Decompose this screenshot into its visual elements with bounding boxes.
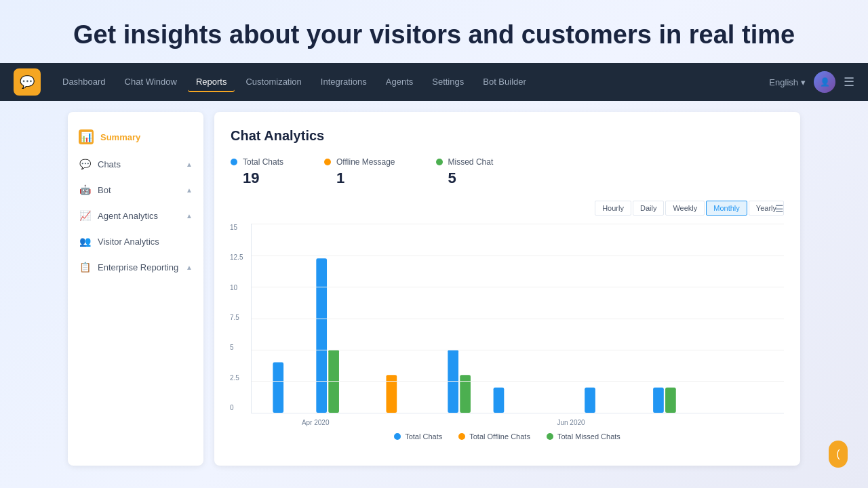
grid-line-10 [252,287,784,287]
chart-legend: Total Chats Total Offline Chats Total Mi… [231,432,784,441]
logo-icon: 💬 [20,75,35,89]
chevron-up-icon-agent: ▲ [186,212,193,220]
sidebar-item-chats[interactable]: 💬 Chats ▲ [68,151,203,177]
stat-label-missed-chat: Missed Chat [448,157,494,167]
chevron-up-icon-enterprise: ▲ [186,264,193,271]
sidebar-label-chats: Chats [98,159,121,169]
nav-integrations[interactable]: Integrations [313,73,375,92]
chevron-up-icon-bot: ▲ [186,186,193,194]
x-label-apr: Apr 2020 [302,419,330,426]
main-content: 📊 Summary 💬 Chats ▲ 🤖 Bot ▲ 📈 Agent Anal… [0,101,868,476]
bar-blue-1 [273,363,283,413]
bar-blue-5 [494,388,505,413]
nav-bot-builder[interactable]: Bot Builder [475,73,534,92]
sidebar-label-agent-analytics: Agent Analytics [98,211,158,221]
grid-line-5 [252,350,784,350]
chart-wrapper: ☰ 15 12.5 10 7.5 5 2.5 0 [231,224,784,413]
bar-blue-2 [316,258,327,413]
green-dot [436,159,443,165]
filter-weekly[interactable]: Weekly [665,201,705,216]
chart-container: 15 12.5 10 7.5 5 2.5 0 [251,224,784,413]
legend-total-chats: Total Chats [394,432,442,441]
sidebar-label-bot: Bot [98,185,111,195]
grid-line-7-5 [252,319,784,319]
y-label-2-5: 2.5 [230,374,243,382]
legend-dot-green [547,433,553,440]
language-label: English [769,77,798,87]
language-selector[interactable]: English ▾ [769,77,806,87]
bot-icon: 🤖 [79,184,91,196]
sidebar-label-summary: Summary [100,132,140,142]
sidebar-item-agent-analytics[interactable]: 📈 Agent Analytics ▲ [68,203,203,228]
legend-label-missed-chats: Total Missed Chats [557,432,620,441]
nav-right: English ▾ 👤 ☰ [769,71,854,93]
filter-hourly[interactable]: Hourly [595,201,631,216]
grid-line-2-5 [252,381,784,382]
stat-value-offline-message: 1 [336,169,395,187]
legend-offline-chats: Total Offline Chats [458,432,530,441]
grid-line-15 [252,224,784,224]
filter-daily[interactable]: Daily [633,201,664,216]
y-axis-labels: 15 12.5 10 7.5 5 2.5 0 [230,224,243,413]
avatar[interactable]: 👤 [814,71,835,93]
legend-label-total-chats: Total Chats [405,432,442,441]
y-label-12-5: 12.5 [230,253,243,261]
hero-title: Get insights about your visitors and cus… [0,0,868,63]
nav-agents[interactable]: Agents [378,73,421,92]
sidebar: 📊 Summary 💬 Chats ▲ 🤖 Bot ▲ 📈 Agent Anal… [68,112,203,466]
legend-missed-chats: Total Missed Chats [547,432,620,441]
y-label-0: 0 [230,404,243,411]
stat-total-chats: Total Chats 19 [231,157,283,187]
enterprise-reporting-icon: 📋 [79,261,91,273]
legend-dot-orange [458,433,465,440]
stat-value-total-chats: 19 [243,169,283,187]
nav-settings[interactable]: Settings [424,73,472,92]
hamburger-icon[interactable]: ☰ [844,75,854,89]
legend-label-offline-chats: Total Offline Chats [469,432,530,441]
sidebar-label-visitor-analytics: Visitor Analytics [98,237,159,247]
bar-blue-7 [653,388,664,413]
chats-icon: 💬 [79,158,91,170]
x-label-jun: Jun 2020 [557,419,585,426]
sidebar-item-summary[interactable]: 📊 Summary [68,123,203,151]
chevron-up-icon: ▲ [186,161,193,168]
nav-customization[interactable]: Customization [237,73,309,92]
reports-panel: Chat Analytics Total Chats 19 Offline Me… [214,112,800,466]
stat-missed-chat: Missed Chat 5 [436,157,494,187]
sidebar-item-enterprise-reporting[interactable]: 📋 Enterprise Reporting ▲ [68,254,203,280]
stat-label-total-chats: Total Chats [243,157,283,167]
stats-row: Total Chats 19 Offline Message 1 Missed … [231,157,784,187]
y-label-5: 5 [230,344,243,351]
stat-offline-message: Offline Message 1 [324,157,395,187]
y-label-7-5: 7.5 [230,314,243,321]
time-filters: Hourly Daily Weekly Monthly Yearly [231,201,784,216]
orange-dot [324,159,331,165]
panel-title: Chat Analytics [231,128,784,144]
sidebar-item-visitor-analytics[interactable]: 👥 Visitor Analytics [68,228,203,254]
filter-monthly[interactable]: Monthly [706,201,747,216]
nav-items: Dashboard Chat Window Reports Customizat… [54,73,769,92]
agent-analytics-icon: 📈 [79,209,91,222]
support-widget[interactable]: ( [829,441,848,468]
avatar-image: 👤 [820,77,830,87]
visitor-analytics-icon: 👥 [79,235,91,247]
nav-reports[interactable]: Reports [188,73,235,92]
blue-dot [231,159,237,165]
sidebar-item-bot[interactable]: 🤖 Bot ▲ [68,177,203,203]
grid-line-12-5 [252,256,784,256]
nav-logo[interactable]: 💬 [14,68,41,96]
support-icon: ( [836,448,840,460]
y-label-15: 15 [230,224,243,231]
stat-value-missed-chat: 5 [448,169,494,187]
nav-dashboard[interactable]: Dashboard [54,73,114,92]
bar-blue-6 [585,388,595,413]
nav-chat-window[interactable]: Chat Window [117,73,185,92]
stat-label-offline-message: Offline Message [336,157,395,167]
sidebar-label-enterprise-reporting: Enterprise Reporting [98,262,178,272]
legend-dot-blue [394,433,401,440]
chart-menu-icon[interactable]: ☰ [775,203,784,214]
bar-green-7 [665,388,676,413]
summary-icon: 📊 [79,129,94,144]
chevron-down-icon: ▾ [801,77,806,87]
y-label-10: 10 [230,284,243,291]
